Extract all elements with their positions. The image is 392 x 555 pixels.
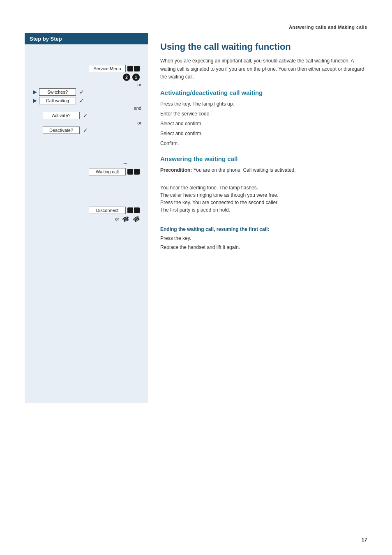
service-menu-label: Service Menu <box>89 65 126 72</box>
waiting-call-row: Waiting call <box>29 168 144 175</box>
instr3-text: Select and confirm. <box>160 120 367 127</box>
sidebar-inner: Service Menu 2 1 or ▶ <box>25 44 148 228</box>
instr8-text: Replace the handset and lift it again. <box>160 244 367 251</box>
sidebar-gap-2 <box>29 177 144 205</box>
section2-title: Answering the waiting call <box>160 155 367 162</box>
page-header: Answering calls and Making calls <box>0 0 392 33</box>
main-content: Step by Step Service Menu 2 1 <box>0 33 392 403</box>
code-numbers: 2 1 <box>122 74 140 81</box>
instruction-row-2: Enter the service code. <box>160 110 367 117</box>
call-waiting-arrow-icon: ▶ <box>33 98 37 104</box>
call-waiting-check: ✓ <box>79 97 84 104</box>
header-title: Answering calls and Making calls <box>289 25 367 30</box>
instr6-text: You hear the alerting tone. The lamp fla… <box>160 184 367 214</box>
instruction-row-1: Press the key. The lamp lights up. <box>160 100 367 108</box>
instr1-text: Press the key. The lamp lights up. <box>160 100 367 108</box>
instruction-row-8: Replace the handset and lift it again. <box>160 244 367 251</box>
call-waiting-menu-label: Call waiting <box>39 97 76 104</box>
circle-num-1: 1 <box>132 74 140 81</box>
switches-row: ▶ Switches? ✓ <box>29 88 144 96</box>
wavy-row: 〜 <box>29 161 144 167</box>
switches-arrow-icon: ▶ <box>33 89 37 95</box>
sidebar-header-label: Step by Step <box>30 36 62 42</box>
wavy-icon: 〜 <box>123 161 127 167</box>
instructions-section1: Press the key. The lamp lights up. Enter… <box>160 100 367 147</box>
precondition-text: You are on the phone. Call waiting is ac… <box>192 167 295 173</box>
switches-check: ✓ <box>79 89 84 95</box>
activate-label: Activate? <box>43 112 80 119</box>
instruction-row-7: Press the key. <box>160 235 367 242</box>
circle-num-2: 2 <box>123 74 130 81</box>
page-container: Answering calls and Making calls Step by… <box>0 0 392 555</box>
service-menu-keys <box>127 66 140 71</box>
main-title: Using the call waiting function <box>160 41 367 52</box>
section1-title: Activating/deactivating call waiting <box>160 89 367 96</box>
deactivate-row: Deactivate? ✓ <box>29 127 144 134</box>
page-number: 17 <box>362 537 367 543</box>
disconnect-label: Disconnect <box>89 207 126 214</box>
instruction-row-4: Select and confirm. <box>160 130 367 137</box>
or-label-2: or <box>29 120 144 125</box>
instr2-text: Enter the service code. <box>160 110 367 117</box>
or-label-3: or <box>115 216 119 221</box>
service-menu-row: Service Menu <box>29 65 144 72</box>
precondition-line: Precondition: You are on the phone. Call… <box>160 166 367 174</box>
waiting-key-1 <box>127 169 133 175</box>
or-label-1: or <box>29 82 144 87</box>
intro-text: When you are expecting an important call… <box>160 57 367 81</box>
instruction-row-5: Confirm. <box>160 140 367 147</box>
disconnect-key-2 <box>134 207 140 213</box>
and-label-1: and <box>29 106 144 111</box>
or-handset-row: or ☎ ☎ <box>29 216 144 222</box>
key-square-1 <box>127 66 133 71</box>
instruction-row-3: Select and confirm. <box>160 120 367 127</box>
instr5-text: Confirm. <box>160 140 367 147</box>
sidebar: Step by Step Service Menu 2 1 <box>25 33 148 403</box>
disconnect-row: Disconnect <box>29 207 144 214</box>
step-by-step-header: Step by Step <box>25 33 148 44</box>
code-entry-row: 2 1 <box>29 74 144 81</box>
deactivate-check: ✓ <box>83 127 88 134</box>
disconnect-key-1 <box>127 207 133 213</box>
activate-check: ✓ <box>83 112 88 119</box>
handset-lift-icon: ☎ <box>131 214 141 223</box>
waiting-key-2 <box>134 169 140 175</box>
content-area: Using the call waiting function When you… <box>148 33 367 403</box>
instruction-row-6: You hear the alerting tone. The lamp fla… <box>160 178 367 221</box>
handset-replace-icon: ☎ <box>122 215 130 223</box>
instr4-text: Select and confirm. <box>160 130 367 137</box>
switches-label: Switches? <box>39 88 76 96</box>
deactivate-label: Deactivate? <box>43 127 80 134</box>
call-waiting-menu-row: ▶ Call waiting ✓ <box>29 97 144 104</box>
activate-row: Activate? ✓ <box>29 112 144 119</box>
disconnect-keys <box>127 207 140 213</box>
waiting-call-keys <box>127 169 140 175</box>
key-square-2 <box>134 66 140 71</box>
precondition-label: Precondition: <box>160 167 192 173</box>
subsection-title: Ending the waiting call, resuming the fi… <box>160 226 367 232</box>
waiting-call-label: Waiting call <box>89 168 126 175</box>
sidebar-gap-1 <box>29 135 144 160</box>
instr7-text: Press the key. <box>160 235 367 242</box>
